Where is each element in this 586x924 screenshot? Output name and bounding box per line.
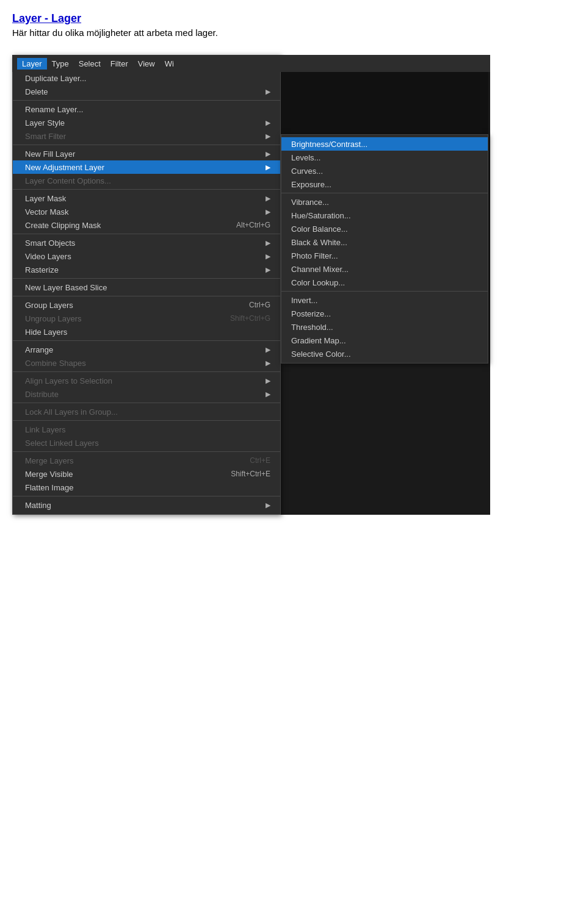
menu-item-align-layers: Align Layers to Selection ▶ bbox=[13, 374, 280, 387]
menu-item-link-layers: Link Layers bbox=[13, 423, 280, 436]
menu-item-new-fill-layer[interactable]: New Fill Layer ▶ bbox=[13, 147, 280, 160]
menu-item-delete[interactable]: Delete ▶ bbox=[13, 85, 280, 98]
submenu-item-black-white[interactable]: Black & White... bbox=[281, 235, 488, 249]
arrow-icon: ▶ bbox=[266, 377, 270, 385]
menu-item-layer-content-options: Layer Content Options... bbox=[13, 174, 280, 187]
divider bbox=[13, 278, 280, 279]
menubar-item-filter[interactable]: Filter bbox=[106, 58, 133, 70]
page-subtitle: Här hittar du olika möjligheter att arbe… bbox=[12, 27, 574, 38]
submenu-item-invert[interactable]: Invert... bbox=[281, 293, 488, 307]
divider bbox=[13, 403, 280, 403]
submenu-item-selective-color[interactable]: Selective Color... bbox=[281, 347, 488, 360]
submenu-item-hue-saturation[interactable]: Hue/Saturation... bbox=[281, 209, 488, 222]
submenu-item-posterize[interactable]: Posterize... bbox=[281, 307, 488, 320]
submenu-item-photo-filter[interactable]: Photo Filter... bbox=[281, 249, 488, 262]
submenu-item-threshold[interactable]: Threshold... bbox=[281, 320, 488, 334]
menu-item-duplicate-layer[interactable]: Duplicate Layer... bbox=[13, 71, 280, 85]
menu-item-merge-layers: Merge Layers Ctrl+E bbox=[13, 454, 280, 467]
divider bbox=[13, 340, 280, 341]
arrow-icon: ▶ bbox=[266, 208, 270, 216]
arrow-icon: ▶ bbox=[266, 346, 270, 354]
submenu-item-color-lookup[interactable]: Color Lookup... bbox=[281, 276, 488, 289]
menu-item-lock-all-layers: Lock All Layers in Group... bbox=[13, 405, 280, 418]
menu-item-select-linked-layers: Select Linked Layers bbox=[13, 436, 280, 449]
submenu-divider bbox=[281, 193, 488, 193]
menu-item-distribute: Distribute ▶ bbox=[13, 387, 280, 401]
menu-item-layer-style[interactable]: Layer Style ▶ bbox=[13, 116, 280, 129]
divider bbox=[13, 420, 280, 421]
page-title[interactable]: Layer - Lager bbox=[12, 12, 574, 25]
page-header: Layer - Lager Här hittar du olika möjlig… bbox=[12, 12, 574, 38]
submenu-item-vibrance[interactable]: Vibrance... bbox=[281, 195, 488, 209]
arrow-icon: ▶ bbox=[266, 195, 270, 202]
menu-item-new-layer-based-slice[interactable]: New Layer Based Slice bbox=[13, 281, 280, 294]
menu-item-hide-layers[interactable]: Hide Layers bbox=[13, 325, 280, 338]
arrow-icon: ▶ bbox=[266, 359, 270, 367]
menu-item-combine-shapes: Combine Shapes ▶ bbox=[13, 356, 280, 370]
menu-item-rename-layer[interactable]: Rename Layer... bbox=[13, 102, 280, 116]
arrow-icon: ▶ bbox=[266, 239, 270, 247]
arrow-icon: ▶ bbox=[266, 266, 270, 274]
submenu-item-color-balance[interactable]: Color Balance... bbox=[281, 222, 488, 235]
menu-item-ungroup-layers: Ungroup Layers Shift+Ctrl+G bbox=[13, 312, 280, 325]
menu-item-flatten-image[interactable]: Flatten Image bbox=[13, 481, 280, 494]
submenu-item-gradient-map[interactable]: Gradient Map... bbox=[281, 334, 488, 347]
menu-item-smart-filter: Smart Filter ▶ bbox=[13, 129, 280, 143]
divider bbox=[13, 189, 280, 190]
divider bbox=[13, 296, 280, 296]
divider bbox=[13, 371, 280, 372]
main-dropdown: New ▶ Duplicate Layer... Delete ▶ Rename… bbox=[12, 55, 281, 515]
divider bbox=[13, 100, 280, 101]
menu-item-smart-objects[interactable]: Smart Objects ▶ bbox=[13, 236, 280, 249]
divider bbox=[13, 145, 280, 145]
arrow-icon: ▶ bbox=[266, 252, 270, 260]
submenu-item-brightness-contrast[interactable]: Brightness/Contrast... bbox=[281, 137, 488, 151]
menu-item-group-layers[interactable]: Group Layers Ctrl+G bbox=[13, 298, 280, 312]
arrow-icon: ▶ bbox=[266, 150, 270, 158]
menu-item-arrange[interactable]: Arrange ▶ bbox=[13, 343, 280, 356]
menu-item-merge-visible[interactable]: Merge Visible Shift+Ctrl+E bbox=[13, 467, 280, 481]
menu-screenshot: Layer Type Select Filter View Wi New ▶ D… bbox=[12, 55, 490, 515]
submenu-divider bbox=[281, 291, 488, 292]
menubar: Layer Type Select Filter View Wi bbox=[12, 55, 490, 72]
adjustment-layer-submenu: Brightness/Contrast... Levels... Curves.… bbox=[281, 134, 488, 364]
submenu-item-curves[interactable]: Curves... bbox=[281, 164, 488, 177]
menubar-item-view[interactable]: View bbox=[133, 58, 160, 70]
arrow-icon: ▶ bbox=[266, 132, 270, 140]
menu-item-new-adjustment-layer[interactable]: New Adjustment Layer ▶ bbox=[13, 160, 280, 174]
menubar-item-wi[interactable]: Wi bbox=[160, 58, 179, 70]
dropdown-container: New ▶ Duplicate Layer... Delete ▶ Rename… bbox=[12, 55, 490, 515]
divider bbox=[13, 451, 280, 452]
arrow-icon: ▶ bbox=[266, 163, 270, 171]
menu-item-layer-mask[interactable]: Layer Mask ▶ bbox=[13, 192, 280, 205]
submenu-item-channel-mixer[interactable]: Channel Mixer... bbox=[281, 262, 488, 276]
divider bbox=[13, 496, 280, 496]
arrow-icon: ▶ bbox=[266, 390, 270, 398]
arrow-icon: ▶ bbox=[266, 88, 270, 96]
menu-item-video-layers[interactable]: Video Layers ▶ bbox=[13, 249, 280, 263]
submenu-item-levels[interactable]: Levels... bbox=[281, 151, 488, 164]
divider bbox=[13, 234, 280, 234]
menubar-item-layer[interactable]: Layer bbox=[17, 58, 47, 70]
menu-item-create-clipping-mask[interactable]: Create Clipping Mask Alt+Ctrl+G bbox=[13, 218, 280, 232]
menu-item-vector-mask[interactable]: Vector Mask ▶ bbox=[13, 205, 280, 218]
submenu-item-exposure[interactable]: Exposure... bbox=[281, 177, 488, 191]
arrow-icon: ▶ bbox=[266, 119, 270, 127]
arrow-icon: ▶ bbox=[266, 501, 270, 509]
menu-item-matting[interactable]: Matting ▶ bbox=[13, 498, 280, 512]
menu-item-rasterize[interactable]: Rasterize ▶ bbox=[13, 263, 280, 276]
menubar-item-select[interactable]: Select bbox=[74, 58, 106, 70]
menubar-item-type[interactable]: Type bbox=[47, 58, 74, 70]
